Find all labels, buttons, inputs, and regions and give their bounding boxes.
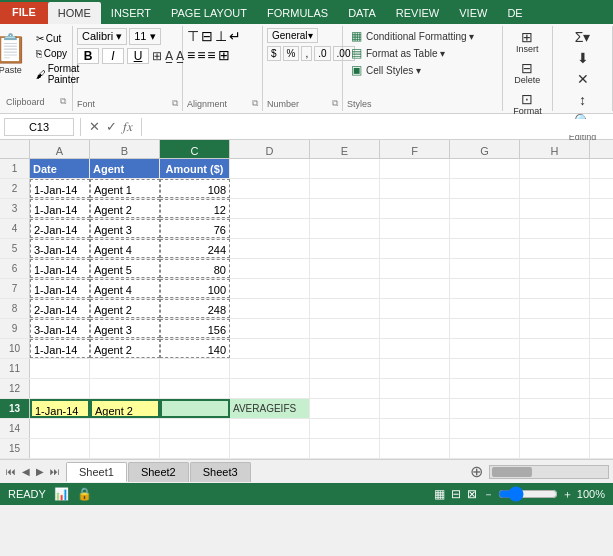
cell-a7[interactable]: 1-Jan-14 bbox=[30, 279, 90, 298]
horizontal-scrollbar[interactable] bbox=[489, 465, 609, 479]
font-dialog-launcher[interactable]: ⧉ bbox=[172, 98, 178, 109]
cell-f3[interactable] bbox=[380, 199, 450, 218]
view-normal[interactable]: ▦ bbox=[434, 487, 445, 501]
cell-b9[interactable]: Agent 3 bbox=[90, 319, 160, 338]
tab-page-layout[interactable]: PAGE LAYOUT bbox=[161, 2, 257, 24]
bold-button[interactable]: B bbox=[77, 48, 99, 64]
col-header-a[interactable]: A bbox=[30, 140, 90, 158]
cell-f4[interactable] bbox=[380, 219, 450, 238]
insert-function-button[interactable]: 𝑓𝑥 bbox=[121, 119, 135, 135]
cell-a11[interactable] bbox=[30, 359, 90, 378]
align-middle-button[interactable]: ⊟ bbox=[201, 28, 213, 44]
cell-h13[interactable] bbox=[520, 399, 590, 418]
zoom-in-button[interactable]: ＋ bbox=[562, 487, 573, 502]
cell-b12[interactable] bbox=[90, 379, 160, 398]
cell-h11[interactable] bbox=[520, 359, 590, 378]
cell-g11[interactable] bbox=[450, 359, 520, 378]
cell-e6[interactable] bbox=[310, 259, 380, 278]
cell-e10[interactable] bbox=[310, 339, 380, 358]
cell-h2[interactable] bbox=[520, 179, 590, 198]
row-num-11[interactable]: 11 bbox=[0, 359, 30, 378]
cell-e3[interactable] bbox=[310, 199, 380, 218]
cell-h4[interactable] bbox=[520, 219, 590, 238]
row-num-14[interactable]: 14 bbox=[0, 419, 30, 438]
cell-a3[interactable]: 1-Jan-14 bbox=[30, 199, 90, 218]
comma-button[interactable]: , bbox=[301, 46, 312, 61]
cell-g12[interactable] bbox=[450, 379, 520, 398]
cell-e9[interactable] bbox=[310, 319, 380, 338]
dec-increase-button[interactable]: .0 bbox=[314, 46, 330, 61]
cell-d4[interactable] bbox=[230, 219, 310, 238]
cell-f11[interactable] bbox=[380, 359, 450, 378]
currency-button[interactable]: $ bbox=[267, 46, 281, 61]
cell-f9[interactable] bbox=[380, 319, 450, 338]
cell-d12[interactable] bbox=[230, 379, 310, 398]
cell-b6[interactable]: Agent 5 bbox=[90, 259, 160, 278]
formula-input[interactable] bbox=[148, 119, 609, 135]
cell-d2[interactable] bbox=[230, 179, 310, 198]
cell-g3[interactable] bbox=[450, 199, 520, 218]
cell-f2[interactable] bbox=[380, 179, 450, 198]
cell-f5[interactable] bbox=[380, 239, 450, 258]
sheet-nav-first[interactable]: ⏮ bbox=[4, 466, 18, 477]
cell-g6[interactable] bbox=[450, 259, 520, 278]
sort-button[interactable]: ↕ bbox=[565, 91, 601, 109]
add-sheet-button[interactable]: ⊕ bbox=[464, 462, 489, 481]
cell-b7[interactable]: Agent 4 bbox=[90, 279, 160, 298]
cell-a12[interactable] bbox=[30, 379, 90, 398]
cell-d13[interactable]: AVERAGEIFS bbox=[230, 399, 310, 418]
cell-c8[interactable]: 248 bbox=[160, 299, 230, 318]
cell-b10[interactable]: Agent 2 bbox=[90, 339, 160, 358]
cell-g14[interactable] bbox=[450, 419, 520, 438]
row-num-6[interactable]: 6 bbox=[0, 259, 30, 278]
tab-data[interactable]: DATA bbox=[338, 2, 386, 24]
zoom-out-button[interactable]: － bbox=[483, 487, 494, 502]
cell-d15[interactable] bbox=[230, 439, 310, 458]
cell-b2[interactable]: Agent 1 bbox=[90, 179, 160, 198]
cell-g5[interactable] bbox=[450, 239, 520, 258]
status-icon-1[interactable]: 📊 bbox=[54, 487, 69, 501]
cell-b15[interactable] bbox=[90, 439, 160, 458]
conditional-formatting-button[interactable]: ▦ Conditional Formatting ▾ bbox=[347, 28, 498, 44]
cell-e12[interactable] bbox=[310, 379, 380, 398]
cell-f15[interactable] bbox=[380, 439, 450, 458]
align-right-button[interactable]: ≡ bbox=[207, 47, 215, 63]
cell-d14[interactable] bbox=[230, 419, 310, 438]
confirm-formula-button[interactable]: ✓ bbox=[104, 119, 119, 134]
cell-c4[interactable]: 76 bbox=[160, 219, 230, 238]
cell-d6[interactable] bbox=[230, 259, 310, 278]
cell-d3[interactable] bbox=[230, 199, 310, 218]
cell-b4[interactable]: Agent 3 bbox=[90, 219, 160, 238]
cell-g15[interactable] bbox=[450, 439, 520, 458]
fill-color-button[interactable]: A̲ bbox=[165, 49, 173, 63]
cell-f1[interactable] bbox=[380, 159, 450, 178]
view-page-break[interactable]: ⊠ bbox=[467, 487, 477, 501]
cancel-formula-button[interactable]: ✕ bbox=[87, 119, 102, 134]
cell-e7[interactable] bbox=[310, 279, 380, 298]
cell-b3[interactable]: Agent 2 bbox=[90, 199, 160, 218]
delete-cells-button[interactable]: ⊟ Delete bbox=[509, 59, 545, 87]
cell-c2[interactable]: 108 bbox=[160, 179, 230, 198]
cell-a6[interactable]: 1-Jan-14 bbox=[30, 259, 90, 278]
sheet-tab-sheet3[interactable]: Sheet3 bbox=[190, 462, 251, 482]
sheet-nav-next[interactable]: ▶ bbox=[34, 466, 46, 477]
italic-button[interactable]: I bbox=[102, 48, 124, 64]
tab-view[interactable]: VIEW bbox=[449, 2, 497, 24]
tab-review[interactable]: REVIEW bbox=[386, 2, 449, 24]
cell-e5[interactable] bbox=[310, 239, 380, 258]
number-format-dropdown[interactable]: General▾ bbox=[267, 28, 318, 43]
col-header-c[interactable]: C bbox=[160, 140, 230, 158]
cell-c5[interactable]: 244 bbox=[160, 239, 230, 258]
cell-a13[interactable]: 1-Jan-14 bbox=[30, 399, 90, 418]
cell-d10[interactable] bbox=[230, 339, 310, 358]
cell-d8[interactable] bbox=[230, 299, 310, 318]
row-num-4[interactable]: 4 bbox=[0, 219, 30, 238]
tab-formulas[interactable]: FORMULAS bbox=[257, 2, 338, 24]
cell-g13[interactable] bbox=[450, 399, 520, 418]
row-num-2[interactable]: 2 bbox=[0, 179, 30, 198]
align-left-button[interactable]: ≡ bbox=[187, 47, 195, 63]
align-top-button[interactable]: ⊤ bbox=[187, 28, 199, 44]
cell-a8[interactable]: 2-Jan-14 bbox=[30, 299, 90, 318]
cell-c12[interactable] bbox=[160, 379, 230, 398]
cell-f6[interactable] bbox=[380, 259, 450, 278]
